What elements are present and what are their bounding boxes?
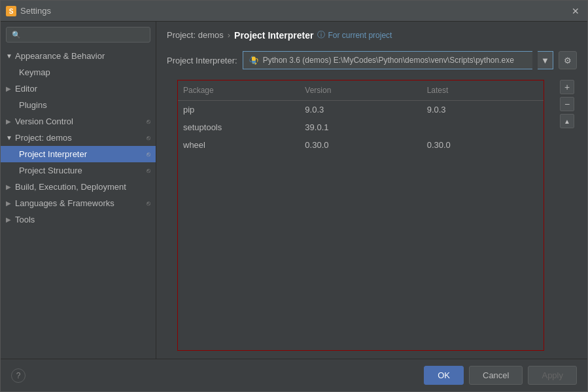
package-table-container: Package Version Latest pip 9.0.3 9.0.3 s… — [167, 77, 577, 353]
sidebar-item-version-control[interactable]: ▶ Version Control ⎋ — [1, 113, 156, 130]
add-package-button[interactable]: + — [560, 80, 574, 94]
package-version: 9.0.3 — [300, 103, 421, 116]
breadcrumb-tag: ⓘ For current project — [317, 29, 392, 41]
interpreter-settings-button[interactable]: ⚙ — [559, 51, 577, 69]
external-icon: ⎋ — [147, 134, 150, 141]
sidebar-item-label: Project Interpreter — [19, 149, 87, 159]
chevron-down-icon: ▼ — [541, 56, 549, 65]
package-latest: 0.30.0 — [422, 138, 544, 152]
package-version: 39.0.1 — [300, 120, 421, 134]
interpreter-dropdown-button[interactable]: ▼ — [538, 51, 553, 69]
sidebar: 🔍 ▼ Appearance & Behavior Keymap ▶ Edito… — [1, 22, 156, 359]
main-panel: Project: demos › Project Interpreter ⓘ F… — [156, 22, 587, 359]
gear-icon: ⚙ — [564, 56, 572, 65]
apply-button[interactable]: Apply — [528, 366, 577, 385]
table-row[interactable]: pip 9.0.3 9.0.3 — [178, 101, 544, 118]
col-version: Version — [300, 83, 421, 98]
help-button[interactable]: ? — [11, 368, 26, 383]
col-package: Package — [178, 83, 300, 98]
external-icon: ⎋ — [147, 151, 150, 158]
search-box[interactable]: 🔍 — [6, 27, 150, 43]
external-icon: ⎋ — [147, 200, 150, 207]
col-latest: Latest — [422, 83, 544, 98]
chevron-icon: ▶ — [6, 118, 12, 125]
chevron-icon: ▶ — [6, 85, 12, 92]
sidebar-item-languages[interactable]: ▶ Languages & Frameworks ⎋ — [1, 195, 156, 211]
table-row[interactable]: wheel 0.30.0 0.30.0 — [178, 136, 544, 154]
minus-icon: − — [564, 99, 570, 109]
interpreter-label: Project Interpreter: — [167, 56, 237, 65]
external-icon: ⎋ — [147, 118, 150, 125]
table-header: Package Version Latest — [178, 80, 544, 101]
sidebar-item-label: Plugins — [19, 100, 47, 110]
sidebar-item-appearance[interactable]: ▼ Appearance & Behavior — [1, 48, 156, 64]
package-name: wheel — [178, 138, 300, 152]
window-title: Settings — [20, 6, 51, 16]
sidebar-item-label: Languages & Frameworks — [15, 198, 114, 208]
breadcrumb-tag-text: For current project — [328, 31, 392, 40]
sidebar-item-project-interpreter[interactable]: Project Interpreter ⎋ — [1, 146, 156, 162]
search-input[interactable] — [24, 30, 145, 39]
sidebar-item-label: Editor — [15, 84, 37, 94]
package-area: Package Version Latest pip 9.0.3 9.0.3 s… — [177, 80, 544, 351]
sidebar-item-tools[interactable]: ▶ Tools — [1, 211, 156, 228]
ok-button[interactable]: OK — [424, 366, 464, 385]
sidebar-item-label: Tools — [15, 215, 35, 224]
package-actions: + − ▲ — [557, 77, 577, 353]
chevron-icon: ▼ — [6, 52, 12, 60]
sidebar-item-editor[interactable]: ▶ Editor — [1, 80, 156, 97]
breadcrumb-separator: › — [228, 30, 230, 40]
sidebar-item-project-demos[interactable]: ▼ Project: demos ⎋ — [1, 130, 156, 146]
cancel-button[interactable]: Cancel — [469, 366, 523, 385]
package-latest — [422, 120, 544, 134]
interpreter-row: Project Interpreter: Python 3.6 (demos) … — [156, 46, 587, 75]
sidebar-item-label: Version Control — [15, 116, 73, 126]
chevron-icon: ▶ — [6, 183, 12, 190]
sidebar-item-build-execution[interactable]: ▶ Build, Execution, Deployment — [1, 179, 156, 195]
sidebar-item-label: Project Structure — [19, 166, 82, 175]
title-bar-left: S Settings — [6, 6, 51, 16]
sidebar-item-plugins[interactable]: Plugins — [1, 97, 156, 113]
sidebar-item-label: Keymap — [19, 67, 50, 77]
chevron-icon: ▶ — [6, 216, 12, 223]
chevron-icon: ▶ — [6, 200, 12, 207]
table-row[interactable]: setuptools 39.0.1 — [178, 118, 544, 136]
settings-dialog: S Settings ✕ 🔍 ▼ Appearance & Behavior K… — [0, 0, 588, 392]
breadcrumb-current: Project Interpreter — [234, 30, 313, 41]
close-button[interactable]: ✕ — [569, 5, 582, 18]
interpreter-value: Python 3.6 (demos) E:\MyCodes\Python\dem… — [263, 56, 514, 65]
question-icon: ? — [16, 371, 21, 380]
up-icon: ▲ — [564, 118, 570, 125]
remove-package-button[interactable]: − — [560, 97, 574, 111]
package-table-body: pip 9.0.3 9.0.3 setuptools 39.0.1 wheel … — [178, 101, 544, 350]
package-name: pip — [178, 103, 300, 116]
external-icon: ⎋ — [147, 167, 150, 174]
package-latest: 9.0.3 — [422, 103, 544, 116]
python-icon — [249, 55, 259, 65]
up-package-button[interactable]: ▲ — [560, 114, 574, 128]
interpreter-select-display[interactable]: Python 3.6 (demos) E:\MyCodes\Python\dem… — [243, 51, 532, 69]
chevron-icon: ▼ — [6, 134, 12, 141]
breadcrumb: Project: demos › Project Interpreter ⓘ F… — [156, 22, 587, 46]
app-icon: S — [6, 6, 16, 16]
svg-text:S: S — [9, 8, 14, 15]
package-name: setuptools — [178, 120, 300, 134]
package-version: 0.30.0 — [300, 138, 421, 152]
content-area: 🔍 ▼ Appearance & Behavior Keymap ▶ Edito… — [1, 22, 587, 359]
sidebar-item-label: Appearance & Behavior — [15, 51, 105, 61]
sidebar-item-keymap[interactable]: Keymap — [1, 64, 156, 80]
plus-icon: + — [564, 82, 570, 92]
info-icon: ⓘ — [317, 29, 325, 41]
bottom-bar: ? OK Cancel Apply — [1, 359, 587, 391]
search-icon: 🔍 — [12, 31, 21, 39]
sidebar-item-label: Build, Execution, Deployment — [15, 182, 126, 192]
sidebar-item-label: Project: demos — [15, 133, 72, 143]
sidebar-item-project-structure[interactable]: Project Structure ⎋ — [1, 162, 156, 179]
breadcrumb-parent: Project: demos — [167, 30, 224, 40]
title-bar: S Settings ✕ — [1, 1, 587, 22]
bottom-buttons: OK Cancel Apply — [424, 366, 577, 385]
